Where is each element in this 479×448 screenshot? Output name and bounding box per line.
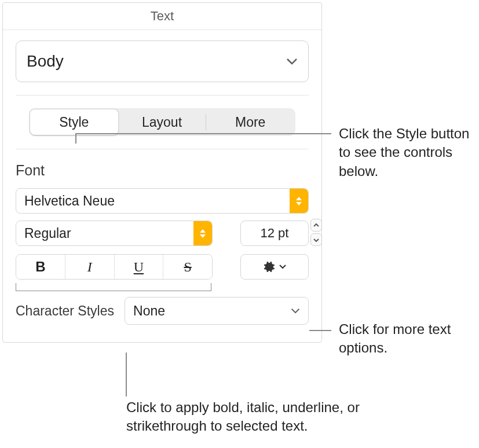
chevron-down-icon — [291, 308, 300, 314]
stepper-down-button[interactable] — [310, 233, 322, 246]
panel-body: Body Style Layout More Font Helvetica Ne… — [3, 30, 321, 342]
popup-arrows-icon — [193, 221, 212, 245]
text-inspector-panel: Text Body Style Layout More Font Helveti… — [2, 2, 322, 343]
callout-text-gear: Click for more text options. — [339, 320, 466, 358]
panel-title: Text — [3, 3, 321, 30]
callout-line — [309, 330, 331, 331]
italic-button[interactable]: I — [65, 255, 114, 279]
font-size-value: 12 pt — [261, 226, 289, 241]
callout-text-style: Click the Style button to see the contro… — [339, 124, 475, 181]
strikethrough-button[interactable]: S — [163, 255, 212, 279]
chevron-down-icon — [286, 58, 298, 65]
font-family-value: Helvetica Neue — [24, 193, 115, 209]
tab-layout[interactable]: Layout — [118, 109, 206, 135]
callout-text-formatting: Click to apply bold, italic, underline, … — [126, 398, 404, 436]
font-size-field[interactable]: 12 pt — [240, 221, 309, 246]
popup-arrows-icon — [290, 189, 308, 213]
font-family-popup[interactable]: Helvetica Neue — [16, 188, 309, 214]
character-styles-value: None — [133, 303, 165, 319]
paragraph-style-value: Body — [27, 52, 64, 71]
font-section-label: Font — [16, 162, 309, 179]
font-size-stepper — [310, 219, 322, 246]
divider — [16, 95, 309, 96]
font-weight-value: Regular — [24, 226, 71, 241]
paragraph-style-select[interactable]: Body — [16, 41, 309, 82]
divider — [16, 149, 309, 149]
chevron-down-icon — [279, 265, 286, 269]
text-format-button-group: B I U S — [16, 254, 213, 280]
font-weight-popup[interactable]: Regular — [16, 221, 213, 246]
bracket-decoration — [16, 283, 211, 291]
callout-line — [126, 352, 127, 396]
underline-button[interactable]: U — [114, 255, 163, 279]
callout-line — [75, 133, 331, 134]
character-styles-popup[interactable]: None — [125, 297, 309, 325]
callout-line — [75, 133, 76, 144]
tab-style[interactable]: Style — [30, 109, 118, 135]
gear-icon — [263, 260, 276, 273]
tab-segmented-control: Style Layout More — [29, 108, 295, 136]
character-styles-label: Character Styles — [16, 303, 114, 319]
bold-button[interactable]: B — [16, 255, 65, 279]
advanced-options-button[interactable] — [240, 254, 309, 280]
tab-more[interactable]: More — [206, 109, 294, 135]
stepper-up-button[interactable] — [310, 219, 322, 232]
